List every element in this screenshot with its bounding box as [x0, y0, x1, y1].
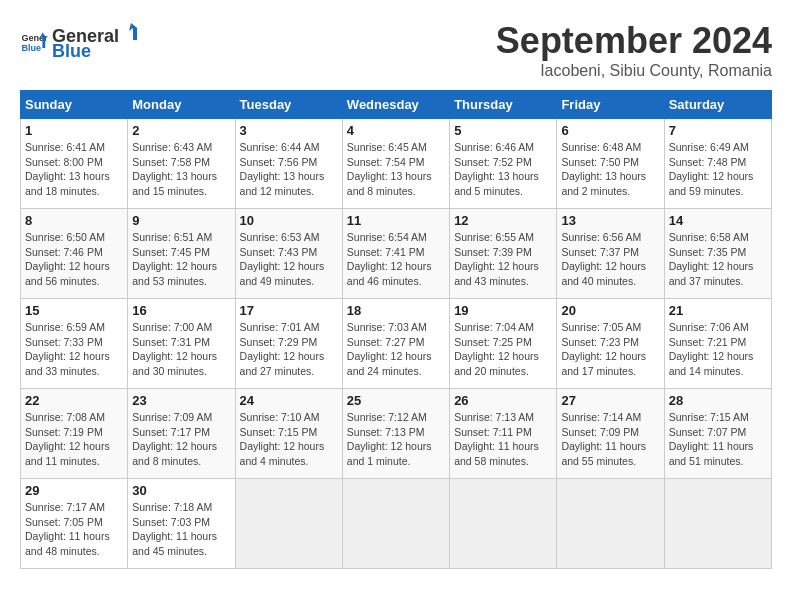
- svg-marker-3: [129, 23, 141, 40]
- calendar-week-row: 1Sunrise: 6:41 AM Sunset: 8:00 PM Daylig…: [21, 119, 772, 209]
- day-info: Sunrise: 7:03 AM Sunset: 7:27 PM Dayligh…: [347, 320, 445, 379]
- calendar-cell: [235, 479, 342, 569]
- day-info: Sunrise: 7:18 AM Sunset: 7:03 PM Dayligh…: [132, 500, 230, 559]
- day-number: 14: [669, 213, 767, 228]
- day-number: 29: [25, 483, 123, 498]
- calendar-cell: [557, 479, 664, 569]
- weekday-header-thursday: Thursday: [450, 91, 557, 119]
- day-number: 18: [347, 303, 445, 318]
- location-subtitle: Iacobeni, Sibiu County, Romania: [496, 62, 772, 80]
- day-info: Sunrise: 6:54 AM Sunset: 7:41 PM Dayligh…: [347, 230, 445, 289]
- day-number: 20: [561, 303, 659, 318]
- weekday-header-wednesday: Wednesday: [342, 91, 449, 119]
- calendar-cell: 13Sunrise: 6:56 AM Sunset: 7:37 PM Dayli…: [557, 209, 664, 299]
- calendar-cell: 9Sunrise: 6:51 AM Sunset: 7:45 PM Daylig…: [128, 209, 235, 299]
- day-number: 2: [132, 123, 230, 138]
- calendar-cell: 6Sunrise: 6:48 AM Sunset: 7:50 PM Daylig…: [557, 119, 664, 209]
- day-number: 27: [561, 393, 659, 408]
- day-info: Sunrise: 6:43 AM Sunset: 7:58 PM Dayligh…: [132, 140, 230, 199]
- day-info: Sunrise: 6:41 AM Sunset: 8:00 PM Dayligh…: [25, 140, 123, 199]
- day-number: 3: [240, 123, 338, 138]
- svg-text:Blue: Blue: [21, 43, 41, 53]
- calendar-cell: 1Sunrise: 6:41 AM Sunset: 8:00 PM Daylig…: [21, 119, 128, 209]
- header: General Blue General Blue September 2024…: [20, 20, 772, 80]
- calendar-cell: 12Sunrise: 6:55 AM Sunset: 7:39 PM Dayli…: [450, 209, 557, 299]
- day-info: Sunrise: 6:50 AM Sunset: 7:46 PM Dayligh…: [25, 230, 123, 289]
- day-info: Sunrise: 7:14 AM Sunset: 7:09 PM Dayligh…: [561, 410, 659, 469]
- calendar-week-row: 15Sunrise: 6:59 AM Sunset: 7:33 PM Dayli…: [21, 299, 772, 389]
- day-info: Sunrise: 7:00 AM Sunset: 7:31 PM Dayligh…: [132, 320, 230, 379]
- day-info: Sunrise: 6:56 AM Sunset: 7:37 PM Dayligh…: [561, 230, 659, 289]
- day-number: 1: [25, 123, 123, 138]
- day-number: 24: [240, 393, 338, 408]
- day-number: 5: [454, 123, 552, 138]
- day-number: 7: [669, 123, 767, 138]
- weekday-header-sunday: Sunday: [21, 91, 128, 119]
- calendar-cell: 17Sunrise: 7:01 AM Sunset: 7:29 PM Dayli…: [235, 299, 342, 389]
- day-number: 11: [347, 213, 445, 228]
- calendar-cell: 29Sunrise: 7:17 AM Sunset: 7:05 PM Dayli…: [21, 479, 128, 569]
- calendar-cell: 8Sunrise: 6:50 AM Sunset: 7:46 PM Daylig…: [21, 209, 128, 299]
- day-info: Sunrise: 7:09 AM Sunset: 7:17 PM Dayligh…: [132, 410, 230, 469]
- calendar-table: SundayMondayTuesdayWednesdayThursdayFrid…: [20, 90, 772, 569]
- day-number: 6: [561, 123, 659, 138]
- calendar-cell: 19Sunrise: 7:04 AM Sunset: 7:25 PM Dayli…: [450, 299, 557, 389]
- day-number: 9: [132, 213, 230, 228]
- calendar-cell: 23Sunrise: 7:09 AM Sunset: 7:17 PM Dayli…: [128, 389, 235, 479]
- day-number: 17: [240, 303, 338, 318]
- day-number: 26: [454, 393, 552, 408]
- day-info: Sunrise: 7:01 AM Sunset: 7:29 PM Dayligh…: [240, 320, 338, 379]
- day-number: 15: [25, 303, 123, 318]
- day-info: Sunrise: 6:55 AM Sunset: 7:39 PM Dayligh…: [454, 230, 552, 289]
- day-info: Sunrise: 7:15 AM Sunset: 7:07 PM Dayligh…: [669, 410, 767, 469]
- calendar-cell: 18Sunrise: 7:03 AM Sunset: 7:27 PM Dayli…: [342, 299, 449, 389]
- day-info: Sunrise: 7:06 AM Sunset: 7:21 PM Dayligh…: [669, 320, 767, 379]
- calendar-cell: 25Sunrise: 7:12 AM Sunset: 7:13 PM Dayli…: [342, 389, 449, 479]
- calendar-cell: 14Sunrise: 6:58 AM Sunset: 7:35 PM Dayli…: [664, 209, 771, 299]
- day-number: 8: [25, 213, 123, 228]
- day-info: Sunrise: 6:48 AM Sunset: 7:50 PM Dayligh…: [561, 140, 659, 199]
- weekday-header-monday: Monday: [128, 91, 235, 119]
- calendar-cell: 28Sunrise: 7:15 AM Sunset: 7:07 PM Dayli…: [664, 389, 771, 479]
- weekday-header-friday: Friday: [557, 91, 664, 119]
- day-info: Sunrise: 7:10 AM Sunset: 7:15 PM Dayligh…: [240, 410, 338, 469]
- day-number: 13: [561, 213, 659, 228]
- month-title: September 2024: [496, 20, 772, 62]
- logo-arrow-icon: [121, 20, 143, 42]
- day-info: Sunrise: 6:51 AM Sunset: 7:45 PM Dayligh…: [132, 230, 230, 289]
- calendar-cell: [664, 479, 771, 569]
- calendar-cell: 26Sunrise: 7:13 AM Sunset: 7:11 PM Dayli…: [450, 389, 557, 479]
- day-info: Sunrise: 6:45 AM Sunset: 7:54 PM Dayligh…: [347, 140, 445, 199]
- day-number: 30: [132, 483, 230, 498]
- day-number: 4: [347, 123, 445, 138]
- calendar-cell: 2Sunrise: 6:43 AM Sunset: 7:58 PM Daylig…: [128, 119, 235, 209]
- calendar-cell: 16Sunrise: 7:00 AM Sunset: 7:31 PM Dayli…: [128, 299, 235, 389]
- day-info: Sunrise: 6:53 AM Sunset: 7:43 PM Dayligh…: [240, 230, 338, 289]
- calendar-cell: 4Sunrise: 6:45 AM Sunset: 7:54 PM Daylig…: [342, 119, 449, 209]
- day-number: 19: [454, 303, 552, 318]
- calendar-cell: 3Sunrise: 6:44 AM Sunset: 7:56 PM Daylig…: [235, 119, 342, 209]
- weekday-header-tuesday: Tuesday: [235, 91, 342, 119]
- calendar-cell: 15Sunrise: 6:59 AM Sunset: 7:33 PM Dayli…: [21, 299, 128, 389]
- day-number: 25: [347, 393, 445, 408]
- day-info: Sunrise: 7:12 AM Sunset: 7:13 PM Dayligh…: [347, 410, 445, 469]
- day-info: Sunrise: 6:59 AM Sunset: 7:33 PM Dayligh…: [25, 320, 123, 379]
- calendar-cell: 22Sunrise: 7:08 AM Sunset: 7:19 PM Dayli…: [21, 389, 128, 479]
- calendar-cell: 5Sunrise: 6:46 AM Sunset: 7:52 PM Daylig…: [450, 119, 557, 209]
- day-number: 16: [132, 303, 230, 318]
- calendar-cell: 10Sunrise: 6:53 AM Sunset: 7:43 PM Dayli…: [235, 209, 342, 299]
- calendar-cell: 20Sunrise: 7:05 AM Sunset: 7:23 PM Dayli…: [557, 299, 664, 389]
- title-area: September 2024 Iacobeni, Sibiu County, R…: [496, 20, 772, 80]
- day-number: 23: [132, 393, 230, 408]
- day-number: 10: [240, 213, 338, 228]
- day-info: Sunrise: 6:49 AM Sunset: 7:48 PM Dayligh…: [669, 140, 767, 199]
- day-number: 22: [25, 393, 123, 408]
- calendar-cell: 24Sunrise: 7:10 AM Sunset: 7:15 PM Dayli…: [235, 389, 342, 479]
- calendar-cell: 30Sunrise: 7:18 AM Sunset: 7:03 PM Dayli…: [128, 479, 235, 569]
- day-info: Sunrise: 6:44 AM Sunset: 7:56 PM Dayligh…: [240, 140, 338, 199]
- calendar-cell: 7Sunrise: 6:49 AM Sunset: 7:48 PM Daylig…: [664, 119, 771, 209]
- day-info: Sunrise: 6:58 AM Sunset: 7:35 PM Dayligh…: [669, 230, 767, 289]
- day-number: 28: [669, 393, 767, 408]
- day-number: 21: [669, 303, 767, 318]
- calendar-cell: [450, 479, 557, 569]
